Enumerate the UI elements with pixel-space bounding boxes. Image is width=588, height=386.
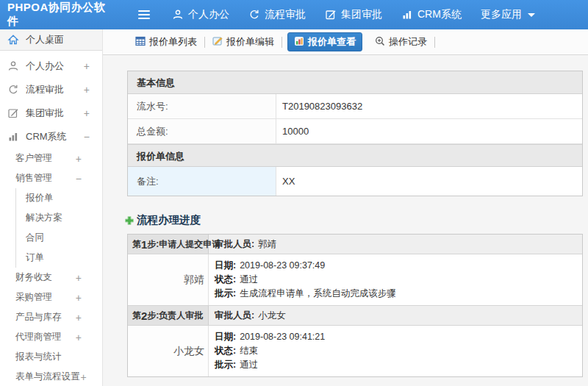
sidebar-item-label: 解决方案 xyxy=(26,212,62,224)
sidebar-item-desktop[interactable]: 个人桌面 xyxy=(0,29,102,51)
tab-operation-log[interactable]: 操作记录 xyxy=(368,35,434,49)
sidebar-item-finance[interactable]: 财务收支 + xyxy=(0,268,102,287)
sidebar-item-group-approval[interactable]: 集团审批 + xyxy=(0,101,102,125)
expand-icon[interactable]: + xyxy=(76,291,82,303)
sidebar-item-label: CRM系统 xyxy=(26,130,67,143)
nav-label: 更多应用 xyxy=(481,8,522,21)
expand-icon[interactable]: + xyxy=(84,60,90,72)
nav-workflow-approval[interactable]: 流程审批 xyxy=(248,8,306,21)
sidebar-item-label: 产品与库存 xyxy=(15,311,62,324)
step-suffix: 步:负责人审批 xyxy=(147,310,203,322)
quotation-info-table: 基本信息 流水号: T20190823093632 总金额: 10000 报价单… xyxy=(127,71,583,196)
progress-title-text: 流程办理进度 xyxy=(137,213,201,227)
sidebar-item-product-inventory[interactable]: 产品与库存 + xyxy=(0,307,102,327)
sidebar-item-reports[interactable]: 报表与统计 xyxy=(0,347,102,367)
user-icon xyxy=(172,9,184,21)
sidebar-item-customer-mgmt[interactable]: 客户管理 + xyxy=(0,149,102,168)
approver-label: 审批人员: xyxy=(215,238,254,251)
nav-group-approval[interactable]: 集团审批 xyxy=(325,8,382,21)
field-value: T20190823093632 xyxy=(276,94,582,118)
sidebar-item-crm[interactable]: CRM系统 − xyxy=(0,125,102,149)
form-row-total-amount: 总金额: 10000 xyxy=(128,119,582,144)
tab-separator xyxy=(434,37,435,48)
nav-label: 个人办公 xyxy=(188,8,229,21)
home-icon xyxy=(7,34,19,46)
detail-line-comment: 批示:通过 xyxy=(215,358,576,372)
tab-quotation-list[interactable]: 报价单列表 xyxy=(128,35,204,49)
expand-icon[interactable]: + xyxy=(81,371,87,383)
step-prefix: 第 xyxy=(132,238,141,251)
sidebar: 个人桌面 个人办公 + 流程审批 + 集团审批 + CRM系统 − 客户管理 +… xyxy=(0,29,103,386)
comment-value: 生成流程申请单，系统自动完成该步骤 xyxy=(240,288,396,299)
sidebar-item-label: 集团审批 xyxy=(26,107,64,120)
approver-label: 审批人员: xyxy=(215,310,254,322)
sidebar-item-label: 表单与流程设置 xyxy=(15,371,80,383)
sidebar-item-label: 销售管理 xyxy=(15,172,52,185)
detail-line-date: 日期:2019-08-23 09:41:21 xyxy=(215,330,576,344)
bar-chart-icon xyxy=(7,131,19,143)
field-value: 10000 xyxy=(276,119,582,143)
date-value: 2019-08-23 09:41:21 xyxy=(240,332,325,342)
step2-detail-lines: 日期:2019-08-23 09:41:21 状态:结束 批示:通过 xyxy=(209,326,582,376)
app-logo: PHPOA协同办公软件 xyxy=(0,1,112,29)
sidebar-item-sales-mgmt[interactable]: 销售管理 − xyxy=(0,168,102,188)
sidebar-item-label: 代理商管理 xyxy=(15,331,62,343)
collapse-icon[interactable]: − xyxy=(84,131,90,143)
comment-value: 通过 xyxy=(240,360,258,370)
expand-icon[interactable]: + xyxy=(76,311,82,323)
tab-label: 报价单列表 xyxy=(149,35,197,49)
edit-icon xyxy=(325,9,337,21)
step1-header-row: 第1步:申请人提交申请 审批人员: 郭靖 xyxy=(128,235,582,254)
caret-down-icon xyxy=(528,13,535,17)
step2-detail-row: 小龙女 日期:2019-08-23 09:41:21 状态:结束 批示:通过 xyxy=(128,326,582,376)
sidebar-item-label: 流程审批 xyxy=(26,83,64,96)
expand-icon[interactable]: + xyxy=(76,331,82,343)
expand-icon[interactable]: + xyxy=(84,84,90,96)
field-label: 备注: xyxy=(128,167,276,196)
status-label: 状态: xyxy=(215,346,236,356)
sidebar-item-order[interactable]: 订单 xyxy=(16,248,102,268)
tab-quotation-edit[interactable]: 报价单编辑 xyxy=(205,35,282,49)
detail-line-date: 日期:2019-08-23 09:37:49 xyxy=(215,259,576,273)
content-area: 基本信息 流水号: T20190823093632 总金额: 10000 报价单… xyxy=(103,55,588,386)
date-label: 日期: xyxy=(215,260,236,271)
expand-icon[interactable]: + xyxy=(76,152,82,164)
expand-icon[interactable]: + xyxy=(84,107,90,119)
step1-actor-name: 郭靖 xyxy=(128,254,209,305)
expand-icon[interactable]: + xyxy=(76,271,82,283)
section-header-basic-info: 基本信息 xyxy=(128,71,582,94)
collapse-icon[interactable]: − xyxy=(76,172,82,184)
sidebar-item-purchase[interactable]: 采购管理 + xyxy=(0,287,102,307)
section-header-quotation-info: 报价单信息 xyxy=(128,144,582,167)
field-value: XX xyxy=(276,167,582,196)
sidebar-item-label: 个人桌面 xyxy=(26,33,64,46)
step2-actor-name: 小龙女 xyxy=(128,326,209,376)
sidebar-item-personal-office[interactable]: 个人办公 + xyxy=(0,54,102,78)
step-number: 1 xyxy=(141,238,147,251)
sidebar-item-workflow-approval[interactable]: 流程审批 + xyxy=(0,78,102,101)
hamburger-menu-icon[interactable] xyxy=(138,8,151,21)
cycle-icon xyxy=(7,84,19,96)
step1-title: 第1步:申请人提交申请 xyxy=(128,235,209,254)
sidebar-item-solution[interactable]: 解决方案 xyxy=(16,208,102,228)
tab-quotation-view[interactable]: 报价单查看 xyxy=(287,32,362,51)
step1-approver: 审批人员: 郭靖 xyxy=(209,235,582,254)
nav-crm[interactable]: CRM系统 xyxy=(401,8,462,21)
nav-more-apps[interactable]: 更多应用 xyxy=(481,8,535,21)
sidebar-item-label: 采购管理 xyxy=(15,291,52,304)
field-label: 总金额: xyxy=(128,119,276,143)
sidebar-item-form-workflow-settings[interactable]: 表单与流程设置 + xyxy=(0,367,102,386)
sidebar-item-agent-mgmt[interactable]: 代理商管理 + xyxy=(0,327,102,347)
tab-label: 操作记录 xyxy=(389,35,427,49)
form-row-remark: 备注: XX xyxy=(128,167,582,196)
tab-label: 报价单编辑 xyxy=(226,35,274,49)
tab-bar: 报价单列表 报价单编辑 报价单查看 操作记录 xyxy=(103,29,588,55)
sidebar-item-label: 报价单 xyxy=(26,192,54,204)
zoom-in-icon xyxy=(375,36,385,49)
nav-personal-office[interactable]: 个人办公 xyxy=(172,8,229,21)
comment-label: 批示: xyxy=(215,288,236,299)
form-row-serial-number: 流水号: T20190823093632 xyxy=(128,94,582,119)
sidebar-item-quotation[interactable]: 报价单 xyxy=(16,188,102,208)
bar-chart-icon xyxy=(401,9,413,21)
sidebar-item-contract[interactable]: 合同 xyxy=(16,228,102,248)
